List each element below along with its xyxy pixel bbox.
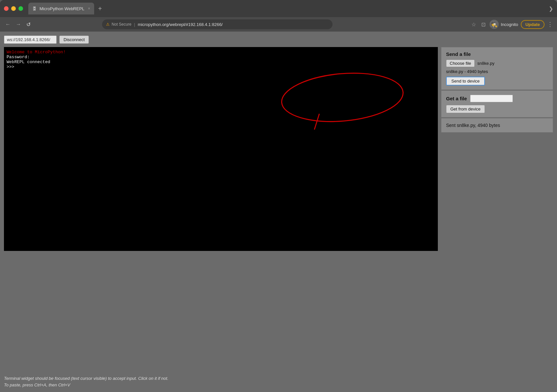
page-content: Disconnect Welcome to MicroPython! Passw… [0, 32, 557, 392]
tab-title: MicroPython WebREPL [40, 6, 84, 11]
file-choose-row: Choose file sn8ke.py [446, 60, 548, 67]
status-text: Sent sn8ke.py, 4940 bytes [446, 123, 500, 128]
terminal-connected-line: WebREPL connected [7, 60, 435, 64]
terminal-prompt-line: >>> [7, 64, 435, 69]
tab-bar: 🎛 MicroPython WebREPL × + ❯ [28, 3, 553, 14]
more-tabs-button[interactable]: ❯ [549, 6, 553, 12]
terminal-welcome-line: Welcome to MicroPython! [7, 50, 435, 55]
main-layout: Welcome to MicroPython! Password: WebREP… [4, 47, 553, 372]
address-actions: ☆ ⊡ 🕵 Incognito Update ⋮ [470, 20, 553, 29]
helper-line-1: Terminal widget should be focused (text … [4, 375, 553, 382]
reload-button[interactable]: ↺ [25, 20, 32, 29]
send-file-section: Send a file Choose file sn8ke.py sn8ke.p… [441, 47, 553, 90]
active-tab[interactable]: 🎛 MicroPython WebREPL × [28, 3, 94, 14]
websocket-url-input[interactable] [4, 36, 57, 44]
right-panel: Send a file Choose file sn8ke.py sn8ke.p… [441, 47, 553, 372]
selected-file-name: sn8ke.py [477, 61, 494, 66]
update-button[interactable]: Update [521, 20, 544, 29]
url-domain: micropython.org/webrepl/#192.168.4.1:826… [138, 22, 223, 27]
status-section: Sent sn8ke.py, 4940 bytes [441, 118, 553, 133]
url-domain-text: micropython.org [138, 22, 168, 27]
tab-close-button[interactable]: × [88, 6, 90, 11]
browser-window: 🎛 MicroPython WebREPL × + ❯ ← → ↺ ⚠ Not … [0, 0, 557, 392]
helper-line-2: To paste, press Ctrl+A, then Ctrl+V [4, 382, 553, 388]
close-button[interactable] [4, 6, 9, 11]
maximize-button[interactable] [18, 6, 23, 11]
disconnect-button[interactable]: Disconnect [59, 36, 89, 44]
get-file-title: Get a file [446, 96, 467, 101]
new-tab-button[interactable]: + [95, 5, 105, 12]
send-file-title: Send a file [446, 51, 548, 57]
forward-button[interactable]: → [14, 20, 22, 29]
file-size-info: sn8ke.py - 4940 bytes [446, 69, 548, 74]
get-file-input[interactable] [470, 95, 513, 102]
bookmark-button[interactable]: ☆ [470, 20, 477, 29]
incognito-label: Incognito [501, 22, 518, 27]
helper-text: Terminal widget should be focused (text … [4, 375, 553, 388]
url-path-text: /webrepl/#192.168.4.1:8266/ [169, 22, 223, 27]
send-to-device-button[interactable]: Send to device [446, 77, 485, 86]
terminal-password-line: Password: [7, 55, 435, 60]
terminal[interactable]: Welcome to MicroPython! Password: WebREP… [4, 47, 438, 251]
incognito-icon: 🕵 [490, 20, 499, 29]
repl-controls: Disconnect [4, 36, 553, 44]
cast-button[interactable]: ⊡ [480, 20, 487, 29]
minimize-button[interactable] [11, 6, 16, 11]
traffic-lights [4, 6, 23, 11]
incognito-button[interactable]: 🕵 Incognito [490, 20, 518, 29]
address-field[interactable]: ⚠ Not Secure | micropython.org/webrepl/#… [102, 19, 332, 29]
title-bar: 🎛 MicroPython WebREPL × + ❯ [0, 0, 557, 17]
get-file-section: Get a file Get from device [441, 90, 553, 117]
browser-menu-button[interactable]: ⋮ [547, 21, 553, 28]
back-button[interactable]: ← [4, 20, 12, 29]
tab-favicon: 🎛 [32, 6, 37, 11]
url-separator: | [134, 22, 135, 27]
security-warning-icon: ⚠ [106, 22, 110, 27]
choose-file-button[interactable]: Choose file [446, 60, 475, 67]
address-bar: ← → ↺ ⚠ Not Secure | micropython.org/web… [0, 17, 557, 32]
not-secure-label: Not Secure [112, 22, 131, 27]
get-from-device-button[interactable]: Get from device [446, 105, 485, 113]
